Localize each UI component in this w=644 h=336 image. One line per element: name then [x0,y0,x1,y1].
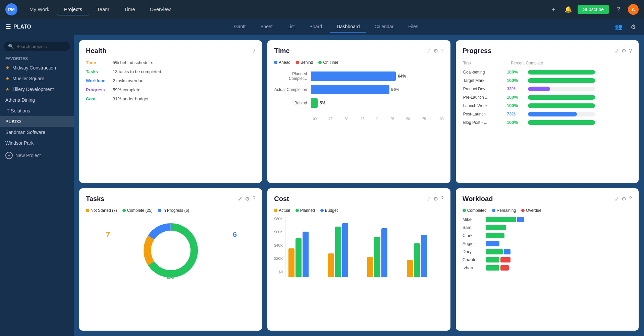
sidebar: 🔍 Favorites ★ Midway Construction ★ Muel… [0,35,74,336]
progress-row: Target Mark... 100% [463,77,631,84]
health-cost-value: 31% under budget. [113,96,150,101]
wl-remaining-dot [492,209,495,212]
health-cost-row: Cost 31% under budget. [86,96,255,101]
workload-row: Clark [463,233,632,238]
workload-expand-button[interactable]: ⤢ [614,196,619,202]
workload-rows: Mike Sam Clark Angie [463,217,632,271]
bar-actual-fill [311,85,389,94]
workload-settings-button[interactable]: ⚙ [622,196,626,202]
workload-legend: Completed Remaining Overdue [463,208,632,213]
nav-team[interactable]: Team [90,4,116,15]
legend-planned: Planned [296,208,315,213]
tab-dashboard[interactable]: Dashboard [330,21,367,33]
users-icon[interactable]: 👥 [613,21,624,32]
nav-overview[interactable]: Overview [143,4,178,15]
sidebar-item-athena[interactable]: Athena Dining [0,95,74,105]
settings-icon[interactable]: ⚙ [628,21,639,32]
health-workload-value: 2 tasks overdue. [113,78,145,83]
favorites-section-label: Favorites [0,54,74,62]
search-input[interactable] [16,44,66,49]
more-icon[interactable]: ⋮ [64,130,68,135]
main-layout: 🔍 Favorites ★ Midway Construction ★ Muel… [0,35,644,336]
bar-behind-pct: 5% [320,101,325,105]
health-tasks-row: Tasks 13 tasks to be completed. [86,69,255,74]
progress-expand-button[interactable]: ⤢ [614,48,619,54]
tab-files[interactable]: Files [401,21,425,33]
sub-nav: ☰ PLATO Gantt Sheet List Board Dashboard… [0,19,644,35]
health-card-header: Health ? [86,47,255,55]
col-pct: Percent Complete [507,61,631,67]
cost-bar-actual-2 [328,253,334,277]
notification-button[interactable]: 🔔 [563,4,574,15]
progress-help-button[interactable]: ? [629,48,632,54]
cost-help-button[interactable]: ? [441,196,444,202]
donut-label-6: 6 [233,230,237,239]
nav-time[interactable]: Time [117,4,142,15]
progress-settings-button[interactable]: ⚙ [622,48,626,54]
time-card-header: Time ⤢ ⚙ ? [274,47,443,55]
progress-card-header: Progress ⤢ ⚙ ? [463,47,632,55]
legend-wl-remaining: Remaining [492,208,516,213]
plus-circle-icon: + [5,152,13,159]
add-button[interactable]: ＋ [548,4,559,15]
tasks-settings-button[interactable]: ⚙ [245,196,250,202]
plato-brand: ☰ PLATO [5,23,31,31]
subscribe-button[interactable]: Subscribe [578,5,609,14]
nav-my-work[interactable]: My Work [23,4,56,15]
time-actions: ⤢ ⚙ ? [426,48,444,54]
avatar[interactable]: A [628,4,639,15]
bar-actual-container: 59% [311,85,443,94]
legend-budget: Budget [320,208,338,213]
sidebar-item-mueller[interactable]: ★ Mueller Square [0,73,74,84]
cost-expand-button[interactable]: ⤢ [426,196,431,202]
help-button[interactable]: ? [613,4,624,15]
cost-card: Cost ⤢ ⚙ ? Actual Planned Budg [267,188,450,331]
sidebar-item-tillery[interactable]: ★ Tillery Development [0,84,74,95]
sidebar-item-sandman[interactable]: Sandman Software ⋮ [0,127,74,138]
progress-row: Product Dev... 33% [463,85,631,93]
cost-settings-button[interactable]: ⚙ [433,196,438,202]
sidebar-item-plato[interactable]: PLATO [0,116,74,127]
cost-group-2 [328,223,361,277]
sidebar-item-midway[interactable]: ★ Midway Construction [0,62,74,73]
tab-gantt[interactable]: Gantt [227,21,252,33]
sidebar-item-windsor[interactable]: Windsor Park [0,138,74,148]
nav-projects[interactable]: Projects [57,4,89,15]
tasks-help-button[interactable]: ? [252,196,255,202]
time-expand-button[interactable]: ⤢ [426,48,431,54]
tab-sheet[interactable]: Sheet [254,21,279,33]
cost-y-labels: $80K $60K $40K $20K $0 [274,217,283,274]
cost-bar-planned-3 [374,237,380,277]
donut-chart: 7 25 6 [86,217,255,284]
health-actions: ? [252,48,255,54]
progress-card: Progress ⤢ ⚙ ? Task Percent Complete Goa… [456,40,639,183]
cost-title: Cost [274,195,289,203]
time-settings-button[interactable]: ⚙ [433,48,438,54]
health-help-button[interactable]: ? [252,48,255,54]
sub-nav-tabs: Gantt Sheet List Board Dashboard Calenda… [39,21,613,33]
search-box[interactable]: 🔍 [4,42,70,51]
tasks-legend: Not Started (7) Complete (25) In Progres… [86,208,255,213]
health-time-row: Time 5% behind schedule. [86,60,255,65]
hamburger-icon[interactable]: ☰ [5,23,11,31]
health-progress-label: Progress [86,87,113,92]
legend-complete: Complete (25) [122,208,153,213]
tab-board[interactable]: Board [303,21,329,33]
logo[interactable]: PM [5,3,17,15]
behind-dot [296,61,299,64]
bar-actual-pct: 59% [391,87,399,92]
progress-row: Post-Launch 73% [463,110,631,118]
new-project-button[interactable]: + New Project [0,148,74,162]
tasks-expand-button[interactable]: ⤢ [238,196,242,202]
bar-planned-container: 64% [311,71,443,81]
tab-list[interactable]: List [281,21,302,33]
workload-row: Sam [463,225,632,230]
cost-group-1 [288,232,321,277]
time-help-button[interactable]: ? [441,48,444,54]
sidebar-item-it-solutions[interactable]: IT Solutions [0,105,74,116]
workload-help-button[interactable]: ? [629,196,632,202]
ahead-dot [274,61,277,64]
donut-label-7: 7 [106,230,110,239]
tab-calendar[interactable]: Calendar [368,21,400,33]
progress-row: Pre-Launch ... 100% [463,93,631,101]
